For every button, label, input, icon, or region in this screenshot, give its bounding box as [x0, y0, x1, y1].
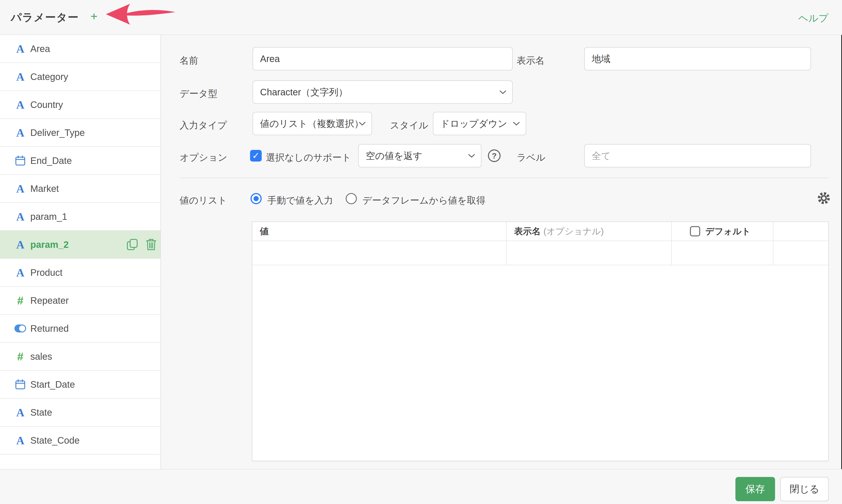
options-label: オプション — [180, 151, 227, 164]
calendar-icon — [15, 371, 26, 398]
sidebar-item-state-code[interactable]: A State_Code — [0, 427, 161, 454]
value-cell-input[interactable] — [252, 241, 506, 265]
data-type-select[interactable]: Character（文字列） — [252, 80, 513, 104]
column-header-value: 値 — [260, 222, 269, 240]
annotation-arrow — [105, 3, 177, 26]
column-header-display-name: 表示名 (オプショナル) — [514, 222, 604, 240]
default-column-checkbox[interactable] — [690, 226, 700, 236]
value-list-label: 値のリスト — [180, 194, 227, 207]
delete-parameter-icon[interactable] — [145, 238, 158, 251]
label-placeholder-input[interactable] — [584, 144, 811, 167]
display-name-input[interactable] — [584, 47, 811, 70]
data-type-label: データ型 — [180, 87, 217, 100]
character-type-icon: A — [15, 63, 26, 90]
logical-toggle-icon — [15, 315, 26, 342]
from-dataframe-radio-label: データフレームから値を取得 — [363, 194, 486, 207]
manual-input-radio[interactable] — [250, 193, 262, 204]
display-name-cell-input[interactable] — [507, 241, 671, 265]
sidebar-item-state-code-direct[interactable]: A State_Code_Direct — [0, 454, 161, 469]
character-type-icon: A — [15, 454, 26, 469]
calendar-icon — [15, 147, 26, 174]
parameter-settings-page: パラメーター + ヘルプ A Area A Category A Country… — [0, 0, 842, 504]
no-selection-support-checkbox[interactable]: ✓ — [250, 150, 262, 162]
default-cell[interactable] — [672, 241, 772, 265]
character-type-icon: A — [15, 203, 26, 230]
sidebar-item-category[interactable]: A Category — [0, 63, 161, 91]
sidebar-item-returned[interactable]: Returned — [0, 315, 161, 343]
sidebar-item-param-1[interactable]: A param_1 — [0, 203, 161, 231]
page-title: パラメーター — [11, 10, 79, 25]
page-header: パラメーター + ヘルプ — [0, 0, 842, 35]
table-grid-line — [773, 222, 773, 265]
section-divider — [180, 178, 829, 178]
character-type-icon: A — [15, 119, 26, 146]
style-label: スタイル — [390, 119, 428, 132]
character-type-icon: A — [15, 231, 26, 258]
sidebar-item-sales[interactable]: # sales — [0, 343, 161, 371]
chevron-down-icon — [513, 122, 520, 126]
copy-parameter-icon[interactable] — [126, 238, 139, 251]
empty-value-select[interactable]: 空の値を返す — [358, 144, 481, 167]
close-button[interactable]: 閉じる — [780, 477, 829, 501]
sidebar-item-product[interactable]: A Product — [0, 259, 161, 287]
sidebar-item-country[interactable]: A Country — [0, 91, 161, 119]
chevron-down-icon — [359, 122, 366, 126]
chevron-down-icon — [499, 90, 506, 94]
save-button[interactable]: 保存 — [735, 477, 775, 501]
label-field-label: ラベル — [516, 151, 545, 164]
help-link[interactable]: ヘルプ — [799, 12, 828, 25]
character-type-icon: A — [15, 427, 26, 454]
sidebar-item-area[interactable]: A Area — [0, 35, 161, 63]
sidebar-item-repeater[interactable]: # Repeater — [0, 287, 161, 315]
help-question-icon[interactable]: ? — [488, 149, 501, 162]
add-parameter-button[interactable]: + — [90, 9, 98, 23]
manual-input-radio-label: 手動で値を入力 — [267, 194, 333, 207]
character-type-icon: A — [15, 399, 26, 426]
sidebar-item-market[interactable]: A Market — [0, 175, 161, 203]
sidebar-item-end-date[interactable]: End_Date — [0, 147, 161, 175]
dialog-footer: 保存 閉じる — [0, 469, 842, 504]
gear-icon[interactable] — [816, 191, 831, 205]
sidebar-item-param-2-selected[interactable]: A param_2 — [0, 231, 161, 259]
character-type-icon: A — [15, 259, 26, 286]
character-type-icon: A — [15, 91, 26, 119]
name-input[interactable] — [252, 47, 513, 70]
value-list-table: 値 表示名 (オプショナル) デフォルト — [252, 221, 829, 461]
table-grid-line — [252, 265, 828, 265]
from-dataframe-radio[interactable] — [346, 193, 357, 204]
input-type-select[interactable]: 値のリスト（複数選択） — [252, 112, 372, 135]
numeric-type-icon: # — [15, 343, 26, 370]
name-label: 名前 — [180, 54, 198, 67]
no-selection-support-label: 選択なしのサポート — [266, 151, 351, 164]
character-type-icon: A — [15, 175, 26, 202]
sidebar-item-deliver-type[interactable]: A Deliver_Type — [0, 119, 161, 147]
sidebar-item-state[interactable]: A State — [0, 399, 161, 427]
column-header-default: デフォルト — [705, 222, 751, 240]
chevron-down-icon — [468, 154, 475, 158]
input-type-label: 入力タイプ — [180, 119, 227, 132]
character-type-icon: A — [15, 35, 26, 62]
display-name-label: 表示名 — [516, 54, 545, 67]
sidebar-item-start-date[interactable]: Start_Date — [0, 371, 161, 399]
style-select[interactable]: ドロップダウン — [433, 112, 526, 135]
parameter-list-sidebar: A Area A Category A Country A Deliver_Ty… — [0, 35, 161, 469]
numeric-type-icon: # — [15, 287, 26, 314]
